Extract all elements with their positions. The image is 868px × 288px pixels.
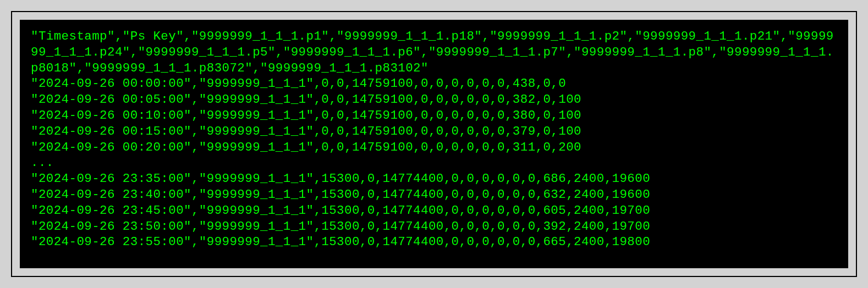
csv-data-row: "2024-09-26 00:20:00","9999999_1_1_1",0,… bbox=[31, 140, 581, 154]
csv-data-row: "2024-09-26 00:00:00","9999999_1_1_1",0,… bbox=[31, 76, 566, 91]
csv-data-row: "2024-09-26 00:05:00","9999999_1_1_1",0,… bbox=[31, 92, 581, 107]
window-frame: "Timestamp","Ps Key","9999999_1_1_1.p1",… bbox=[11, 11, 857, 277]
ellipsis-line: ... bbox=[31, 156, 54, 170]
csv-data-row: "2024-09-26 23:40:00","9999999_1_1_1",15… bbox=[31, 187, 650, 202]
csv-header-line: "Timestamp","Ps Key","9999999_1_1_1.p1",… bbox=[31, 29, 834, 75]
csv-data-row: "2024-09-26 23:50:00","9999999_1_1_1",15… bbox=[31, 219, 650, 234]
csv-data-row: "2024-09-26 23:45:00","9999999_1_1_1",15… bbox=[31, 203, 650, 218]
csv-data-row: "2024-09-26 23:55:00","9999999_1_1_1",15… bbox=[31, 235, 650, 249]
terminal-output: "Timestamp","Ps Key","9999999_1_1_1.p1",… bbox=[31, 29, 837, 250]
csv-data-row: "2024-09-26 00:15:00","9999999_1_1_1",0,… bbox=[31, 124, 581, 139]
csv-data-row: "2024-09-26 00:10:00","9999999_1_1_1",0,… bbox=[31, 108, 581, 123]
csv-data-row: "2024-09-26 23:35:00","9999999_1_1_1",15… bbox=[31, 171, 650, 186]
terminal-pane[interactable]: "Timestamp","Ps Key","9999999_1_1_1.p1",… bbox=[20, 20, 848, 268]
